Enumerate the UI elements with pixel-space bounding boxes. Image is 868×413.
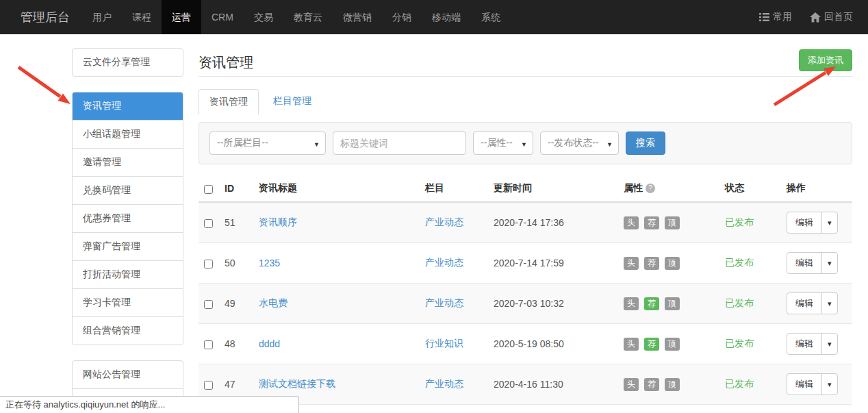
edit-button[interactable]: 编辑	[787, 292, 822, 314]
badge-top[interactable]: 顶	[665, 216, 680, 229]
edit-dropdown-caret[interactable]	[821, 373, 838, 395]
keyword-input[interactable]	[333, 132, 466, 155]
table-row: 48 dddd 行业知识 2020-5-19 08:50 头 荐 顶 已发布 编…	[199, 324, 852, 364]
sidebar-item[interactable]: 打折活动管理	[73, 260, 183, 288]
navbar-item[interactable]: 微营销	[333, 0, 382, 34]
category-link[interactable]: 产业动态	[425, 257, 463, 268]
caret-down-icon	[308, 138, 320, 149]
category-link[interactable]: 产业动态	[425, 297, 463, 308]
question-icon[interactable]	[646, 184, 655, 193]
sidebar-item[interactable]: 学习卡管理	[73, 288, 183, 316]
news-title-link[interactable]: 水电费	[259, 297, 288, 308]
title-divider	[199, 76, 852, 77]
sidebar-item[interactable]: 弹窗广告管理	[73, 232, 183, 260]
property-select-value: --属性--	[481, 137, 513, 149]
row-checkbox[interactable]	[204, 381, 213, 390]
navbar-item[interactable]: 分销	[382, 0, 422, 34]
edit-button[interactable]: 编辑	[787, 252, 822, 274]
navbar-item[interactable]: 课程	[122, 0, 162, 34]
news-title-link[interactable]: 资讯顺序	[259, 216, 297, 227]
badge-recommend[interactable]: 荐	[644, 378, 659, 391]
sidebar-item[interactable]: 网站公告管理	[73, 361, 183, 388]
category-select-value: --所属栏目--	[217, 137, 268, 149]
header-status: 状态	[719, 175, 781, 202]
news-title-link[interactable]: 1235	[259, 258, 280, 268]
row-checkbox[interactable]	[204, 260, 213, 268]
main-content: 添加资讯 资讯管理 资讯管理栏目管理 --所属栏目-- --属性-- --发布状…	[199, 34, 852, 413]
property-select[interactable]: --属性--	[473, 132, 533, 155]
navbar-item[interactable]: 用户	[82, 0, 122, 34]
sidebar-group: 资讯管理小组话题管理邀请管理兑换码管理优惠券管理弹窗广告管理打折活动管理学习卡管…	[72, 92, 183, 345]
add-news-button[interactable]: 添加资讯	[799, 49, 852, 71]
badge-top[interactable]: 顶	[665, 378, 680, 391]
navbar-item[interactable]: 移动端	[422, 0, 471, 34]
row-updated-time: 2020-7-14 17:36	[488, 202, 618, 243]
category-select[interactable]: --所属栏目--	[209, 132, 326, 155]
browser-status-bubble: 正在等待 analytics.qiqiuyun.net 的响应...	[0, 396, 299, 413]
navbar-item[interactable]: 教育云	[283, 0, 333, 34]
badge-top[interactable]: 顶	[665, 297, 680, 310]
badge-recommend[interactable]: 荐	[644, 338, 659, 351]
caret-down-icon	[515, 138, 527, 149]
brand-title[interactable]: 管理后台	[0, 0, 82, 34]
row-updated-time: 2020-7-14 17:59	[488, 243, 618, 284]
back-home-link[interactable]: 回首页	[810, 11, 853, 23]
row-checkbox[interactable]	[204, 300, 213, 309]
edit-button-group: 编辑	[787, 292, 838, 314]
edit-dropdown-caret[interactable]	[821, 252, 838, 274]
search-button[interactable]: 搜索	[626, 132, 665, 155]
table-row: 51 资讯顺序 产业动态 2020-7-14 17:36 头 荐 顶 已发布 编…	[199, 202, 852, 243]
status-badge: 已发布	[725, 216, 754, 227]
news-title-link[interactable]: 测试文档链接下载	[259, 378, 335, 389]
category-link[interactable]: 行业知识	[425, 338, 463, 349]
badge-top[interactable]: 顶	[665, 257, 680, 270]
edit-button[interactable]: 编辑	[787, 333, 822, 355]
badge-headline[interactable]: 头	[624, 257, 639, 270]
sidebar-item[interactable]: 云文件分享管理	[73, 49, 183, 76]
select-all-checkbox[interactable]	[204, 185, 213, 194]
news-title-link[interactable]: dddd	[259, 338, 280, 349]
navbar-item[interactable]: CRM	[201, 0, 244, 34]
navbar-item[interactable]: 运营	[162, 0, 201, 34]
sidebar-item[interactable]: 组合营销管理	[73, 316, 183, 345]
row-checkbox[interactable]	[204, 340, 213, 349]
edit-button[interactable]: 编辑	[787, 212, 822, 234]
common-menu-label: 常用	[773, 11, 792, 23]
list-icon	[759, 12, 769, 22]
tab[interactable]: 资讯管理	[199, 89, 259, 115]
badge-headline[interactable]: 头	[624, 338, 639, 351]
badge-top[interactable]: 顶	[665, 338, 680, 351]
badge-headline[interactable]: 头	[624, 378, 639, 391]
common-menu-link[interactable]: 常用	[759, 11, 792, 23]
edit-dropdown-caret[interactable]	[821, 212, 838, 234]
sidebar-item[interactable]: 优惠券管理	[73, 204, 183, 232]
sidebar-item[interactable]: 兑换码管理	[73, 176, 183, 204]
category-link[interactable]: 产业动态	[425, 378, 463, 389]
edit-dropdown-caret[interactable]	[821, 292, 838, 314]
filter-panel: --所属栏目-- --属性-- --发布状态-- 搜索	[199, 122, 852, 164]
badge-headline[interactable]: 头	[624, 297, 639, 310]
sidebar-item[interactable]: 资讯管理	[73, 92, 183, 120]
news-table-body: 51 资讯顺序 产业动态 2020-7-14 17:36 头 荐 顶 已发布 编…	[199, 202, 852, 413]
header-updated: 更新时间	[488, 175, 618, 202]
sidebar-item[interactable]: 邀请管理	[73, 148, 183, 176]
navbar-item[interactable]: 交易	[244, 0, 283, 34]
row-id: 49	[219, 284, 253, 324]
header-category: 栏目	[420, 175, 488, 202]
category-link[interactable]: 产业动态	[425, 216, 463, 227]
badge-recommend[interactable]: 荐	[644, 297, 659, 310]
row-checkbox[interactable]	[204, 219, 213, 228]
navbar-item[interactable]: 系统	[471, 0, 511, 34]
edit-button[interactable]: 编辑	[787, 373, 822, 395]
home-icon	[810, 12, 821, 23]
header-action: 操作	[781, 175, 852, 202]
publish-status-select[interactable]: --发布状态--	[540, 132, 619, 155]
edit-dropdown-caret[interactable]	[821, 333, 838, 355]
tab[interactable]: 栏目管理	[263, 89, 322, 115]
back-home-label: 回首页	[824, 11, 853, 23]
badge-headline[interactable]: 头	[624, 216, 639, 229]
badge-recommend[interactable]: 荐	[644, 216, 659, 229]
badge-recommend[interactable]: 荐	[644, 257, 659, 270]
status-badge: 已发布	[725, 257, 754, 268]
sidebar-item[interactable]: 小组话题管理	[73, 120, 183, 148]
